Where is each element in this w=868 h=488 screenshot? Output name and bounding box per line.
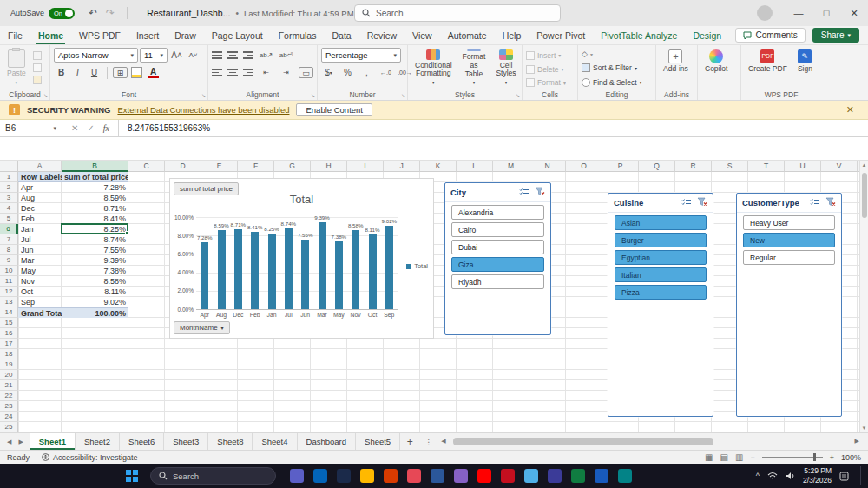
font-size-select[interactable]: 11▾: [140, 48, 168, 63]
decrease-indent-icon[interactable]: ⇤: [259, 65, 273, 80]
bar-Feb[interactable]: [251, 232, 259, 309]
column-header-R[interactable]: R: [675, 161, 712, 172]
sort-filter-button[interactable]: Sort & Filter▾: [582, 63, 642, 73]
dialog-launcher-icon[interactable]: ↘: [516, 92, 520, 98]
align-right-icon[interactable]: [243, 69, 253, 76]
cell-B9[interactable]: 9.39%: [62, 255, 128, 266]
cell-B8[interactable]: 7.55%: [62, 245, 128, 255]
bar-Oct[interactable]: [369, 234, 377, 309]
slicer-customertype[interactable]: CustomerTypeHeavy UserNewRegular: [736, 193, 842, 417]
bar-May[interactable]: [335, 241, 343, 309]
sheet-tab-sheet1[interactable]: Sheet1: [30, 433, 76, 450]
borders-icon[interactable]: ⊞: [113, 67, 128, 78]
dismiss-warning-icon[interactable]: ✕: [846, 104, 859, 115]
format-painter-icon[interactable]: [33, 76, 42, 84]
font-name-select[interactable]: Aptos Narrow▾: [54, 48, 138, 63]
column-header-L[interactable]: L: [457, 161, 493, 172]
column-header-I[interactable]: I: [347, 161, 384, 172]
autosave-switch[interactable]: On: [49, 8, 75, 19]
cell-B13[interactable]: 9.02%: [62, 297, 128, 307]
undo-icon[interactable]: ↶: [89, 7, 97, 19]
column-header-P[interactable]: P: [602, 161, 639, 172]
slicer-cuisine[interactable]: CuisineAsianBurgerEgyptianItalianPizza: [608, 193, 713, 417]
column-header-V[interactable]: V: [821, 161, 858, 172]
select-all-corner[interactable]: [0, 161, 18, 172]
taskbar-app-icon[interactable]: [290, 469, 304, 483]
slicer-item-heavy-user[interactable]: Heavy User: [743, 215, 835, 230]
column-header-G[interactable]: G: [274, 161, 311, 172]
cut-icon[interactable]: [33, 51, 42, 60]
document-title[interactable]: Restaurant_Dashb... • Last Modified: Thu…: [147, 8, 362, 18]
taskbar-clock[interactable]: 5:29 PM 2/3/2026: [803, 466, 832, 485]
cell-A13[interactable]: Sep: [18, 297, 62, 307]
cell-B11[interactable]: 8.58%: [62, 276, 128, 287]
sheet-tab-sheet6[interactable]: Sheet6: [120, 433, 164, 450]
bar-Dec[interactable]: [234, 229, 242, 309]
taskbar-app-icon[interactable]: [477, 469, 491, 483]
show-desktop-button[interactable]: [860, 466, 863, 485]
align-bottom-icon[interactable]: [243, 51, 253, 59]
cell-A3[interactable]: Aug: [18, 193, 62, 203]
slicer-item-dubai[interactable]: Dubai: [451, 240, 544, 254]
tab-pivottable-analyze[interactable]: PivotTable Analyze: [593, 26, 685, 44]
share-button[interactable]: Share ▾: [812, 28, 859, 43]
taskbar-app-icon[interactable]: [337, 469, 351, 483]
chart-title[interactable]: Total: [170, 193, 433, 206]
cell-A9[interactable]: Mar: [18, 255, 62, 266]
tab-design[interactable]: Design: [685, 26, 729, 44]
name-box[interactable]: B6▾: [0, 120, 62, 136]
delete-cells-button[interactable]: Delete▾: [526, 64, 566, 75]
percent-style-icon[interactable]: %: [340, 65, 355, 80]
volume-icon[interactable]: [786, 472, 795, 480]
page-break-view-icon[interactable]: ▥: [735, 452, 743, 462]
redo-icon[interactable]: ↷: [106, 7, 115, 19]
multi-select-icon[interactable]: [810, 198, 820, 208]
cell-styles-button[interactable]: Cell Styles▾: [492, 48, 519, 88]
multi-select-icon[interactable]: [681, 198, 692, 208]
zoom-out-icon[interactable]: −: [750, 453, 754, 462]
bar-Aug[interactable]: [218, 230, 226, 309]
vertical-scroll-thumb[interactable]: [862, 173, 867, 218]
wifi-icon[interactable]: [767, 472, 778, 480]
close-button[interactable]: ✕: [840, 0, 868, 26]
taskbar-app-icon[interactable]: [431, 469, 444, 483]
new-sheet-button[interactable]: +: [400, 433, 419, 450]
scroll-down-icon[interactable]: ▼: [860, 425, 868, 431]
sheet-tab-sheet4[interactable]: Sheet4: [253, 433, 297, 450]
slicer-item-new[interactable]: New: [743, 233, 835, 247]
cell-B14[interactable]: 100.00%: [62, 307, 128, 318]
sign-button[interactable]: ✎ Sign: [794, 48, 816, 88]
cell-A6[interactable]: Jan: [18, 224, 62, 234]
tray-expand-icon[interactable]: ^: [756, 472, 760, 480]
scroll-right-icon[interactable]: ▶: [855, 438, 859, 445]
sheet-tab-sheet5[interactable]: Sheet5: [356, 433, 400, 450]
italic-button[interactable]: I: [70, 65, 85, 80]
pivot-chart[interactable]: sum of total price Total Total MonthName…: [169, 178, 434, 339]
next-sheet-icon[interactable]: ▶: [18, 439, 23, 445]
column-header-N[interactable]: N: [529, 161, 566, 172]
cell-A10[interactable]: May: [18, 266, 62, 276]
cell-A8[interactable]: Jun: [18, 245, 62, 255]
comma-style-icon[interactable]: ,: [359, 65, 374, 80]
number-format-select[interactable]: Percentage▾: [321, 48, 401, 63]
formula-value[interactable]: 8.24765155319663%: [119, 123, 219, 133]
align-top-icon[interactable]: [212, 51, 222, 59]
addins-button[interactable]: + Add-ins: [660, 48, 692, 88]
tab-data[interactable]: Data: [324, 26, 358, 44]
scroll-left-icon[interactable]: ◀: [441, 438, 445, 445]
slicer-item-giza[interactable]: Giza: [451, 257, 544, 272]
fill-handle[interactable]: [125, 231, 129, 235]
bar-Jan[interactable]: [268, 234, 276, 309]
bar-Sep[interactable]: [385, 226, 393, 309]
selected-cell-B6[interactable]: [61, 223, 128, 234]
autosave-toggle[interactable]: AutoSave On: [10, 8, 75, 19]
taskbar-app-icon[interactable]: [454, 469, 468, 483]
dialog-launcher-icon[interactable]: ↘: [401, 92, 405, 98]
cell-B1[interactable]: sum of total price: [62, 172, 128, 182]
taskbar-search[interactable]: Search: [150, 467, 276, 485]
paste-button[interactable]: Paste▾: [3, 48, 30, 88]
column-header-K[interactable]: K: [420, 161, 457, 172]
taskbar-app-icon[interactable]: [571, 469, 585, 483]
sheet-tab-sheet8[interactable]: Sheet8: [208, 433, 253, 450]
prev-sheet-icon[interactable]: ◀: [7, 439, 11, 445]
